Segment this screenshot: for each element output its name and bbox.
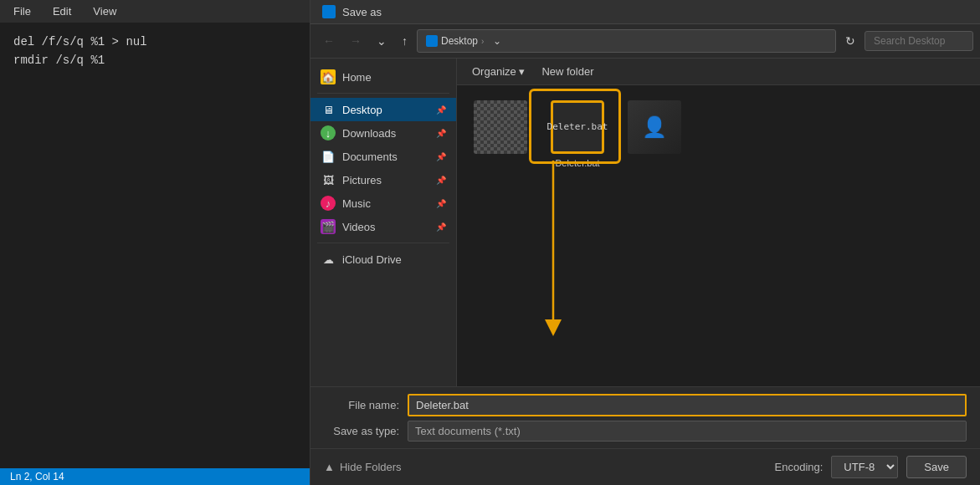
nav-item-desktop[interactable]: 🖥 Desktop 📌 bbox=[310, 98, 456, 121]
downloads-nav-icon: ↓ bbox=[321, 125, 336, 140]
documents-nav-icon: 📄 bbox=[321, 149, 336, 164]
icloud-nav-icon: ☁ bbox=[321, 252, 336, 267]
dialog-body: 🏠 Home 🖥 Desktop 📌 ↓ Downloads 📌 📄 Docum… bbox=[310, 59, 980, 386]
nav-item-home[interactable]: 🏠 Home bbox=[310, 65, 456, 89]
savetype-value[interactable]: Text documents (*.txt) bbox=[408, 421, 967, 442]
back-button[interactable]: ← bbox=[317, 31, 341, 51]
menu-view[interactable]: View bbox=[90, 3, 120, 19]
encoding-section: Encoding: UTF-8 Save bbox=[775, 456, 967, 478]
editor-statusbar: Ln 2, Col 14 bbox=[0, 468, 310, 485]
search-input[interactable] bbox=[865, 31, 973, 51]
nav-documents-label: Documents bbox=[342, 151, 398, 163]
savetype-row: Save as type: Text documents (*.txt) bbox=[324, 421, 967, 442]
nav-pictures-label: Pictures bbox=[342, 174, 382, 186]
deleter-bat-label: Deleter.bat bbox=[547, 121, 608, 133]
up-button[interactable]: ↑ bbox=[396, 31, 413, 51]
encoding-label: Encoding: bbox=[775, 461, 824, 473]
desktop-pin-icon: 📌 bbox=[436, 105, 446, 115]
savetype-label: Save as type: bbox=[324, 425, 399, 437]
music-pin-icon: 📌 bbox=[436, 199, 446, 208]
nav-home-label: Home bbox=[342, 71, 372, 84]
desktop-address-icon bbox=[426, 35, 438, 47]
dialog-footer: ▲ Hide Folders Encoding: UTF-8 Save bbox=[310, 448, 980, 485]
file-area-wrapper: Organize ▾ New folder Deleter.bat Delete… bbox=[457, 59, 980, 386]
save-button[interactable]: Save bbox=[906, 456, 967, 478]
downloads-pin-icon: 📌 bbox=[436, 129, 446, 138]
filename-row: File name: bbox=[324, 394, 967, 416]
nav-separator-1 bbox=[317, 93, 449, 94]
nav-item-pictures[interactable]: 🖼 Pictures 📌 bbox=[310, 168, 456, 191]
pictures-pin-icon: 📌 bbox=[436, 176, 446, 185]
dialog-toolbar: ← → ⌄ ↑ Desktop › ⌄ ↻ bbox=[310, 24, 980, 59]
editor-content[interactable]: del /f/s/q %1 > nul rmdir /s/q %1 bbox=[0, 23, 310, 468]
file-item-3[interactable]: 👤 bbox=[621, 95, 688, 173]
filename-label: File name: bbox=[324, 399, 399, 411]
music-nav-icon: ♪ bbox=[321, 196, 336, 211]
file-label-deleter: Deleter.bat bbox=[555, 158, 599, 168]
file-area: Deleter.bat Deleter.bat 👤 bbox=[457, 85, 980, 386]
forward-button[interactable]: → bbox=[344, 31, 367, 51]
chevron-up-icon: ▲ bbox=[324, 461, 335, 473]
nav-icloud-label: iCloud Drive bbox=[342, 253, 402, 266]
nav-videos-label: Videos bbox=[342, 221, 376, 233]
address-crumb: Desktop › bbox=[426, 35, 484, 47]
callout-arrow bbox=[457, 85, 980, 386]
cursor-position: Ln 2, Col 14 bbox=[10, 471, 64, 482]
menu-edit[interactable]: Edit bbox=[49, 3, 74, 19]
file-thumb-3: 👤 bbox=[628, 100, 681, 154]
encoding-select[interactable]: UTF-8 bbox=[831, 456, 898, 478]
nav-desktop-label: Desktop bbox=[342, 104, 382, 116]
editor-panel: File Edit View del /f/s/q %1 > nul rmdir… bbox=[0, 0, 310, 485]
file-item-1[interactable] bbox=[467, 95, 534, 173]
dialog-title: Save as bbox=[342, 6, 382, 18]
videos-pin-icon: 📌 bbox=[436, 222, 446, 232]
save-as-dialog: Save as ← → ⌄ ↑ Desktop › ⌄ ↻ 🏠 Home bbox=[310, 0, 980, 485]
home-icon: 🏠 bbox=[321, 69, 336, 84]
videos-nav-icon: 🎬 bbox=[321, 219, 336, 234]
filename-input[interactable] bbox=[408, 394, 967, 416]
menu-file[interactable]: File bbox=[10, 3, 34, 19]
file-toolbar: Organize ▾ New folder bbox=[457, 59, 980, 85]
nav-item-documents[interactable]: 📄 Documents 📌 bbox=[310, 145, 456, 168]
address-text: Desktop bbox=[441, 35, 478, 47]
pictures-nav-icon: 🖼 bbox=[321, 172, 336, 187]
nav-item-downloads[interactable]: ↓ Downloads 📌 bbox=[310, 121, 456, 145]
nav-separator-2 bbox=[317, 242, 449, 243]
file-thumb-1 bbox=[474, 100, 527, 154]
nav-item-icloud[interactable]: ☁ iCloud Drive bbox=[310, 248, 456, 271]
address-dropdown-btn[interactable]: ⌄ bbox=[489, 33, 505, 48]
nav-item-videos[interactable]: 🎬 Videos 📌 bbox=[310, 215, 456, 238]
editor-line-1: del /f/s/q %1 > nul bbox=[13, 33, 296, 51]
dialog-titlebar: Save as bbox=[310, 0, 980, 24]
nav-downloads-label: Downloads bbox=[342, 127, 396, 140]
editor-menubar: File Edit View bbox=[0, 0, 310, 23]
file-thumb-deleter: Deleter.bat bbox=[551, 100, 604, 154]
refresh-button[interactable]: ↻ bbox=[839, 31, 861, 51]
address-chevron: › bbox=[481, 37, 484, 46]
documents-pin-icon: 📌 bbox=[436, 152, 446, 161]
nav-sidebar: 🏠 Home 🖥 Desktop 📌 ↓ Downloads 📌 📄 Docum… bbox=[310, 59, 457, 386]
dropdown-button[interactable]: ⌄ bbox=[371, 31, 393, 51]
nav-item-music[interactable]: ♪ Music 📌 bbox=[310, 191, 456, 215]
new-folder-button[interactable]: New folder bbox=[535, 63, 600, 80]
desktop-nav-icon: 🖥 bbox=[321, 102, 336, 117]
hide-folders-button[interactable]: ▲ Hide Folders bbox=[324, 461, 402, 473]
person-icon: 👤 bbox=[642, 115, 667, 139]
dialog-title-icon bbox=[322, 5, 336, 18]
organize-button[interactable]: Organize ▾ bbox=[465, 63, 531, 80]
dialog-bottom: File name: Save as type: Text documents … bbox=[310, 386, 980, 448]
editor-line-2: rmdir /s/q %1 bbox=[13, 51, 296, 69]
hide-folders-label: Hide Folders bbox=[340, 461, 402, 473]
address-bar[interactable]: Desktop › ⌄ bbox=[417, 29, 836, 53]
file-item-deleter[interactable]: Deleter.bat Deleter.bat bbox=[544, 95, 611, 173]
nav-music-label: Music bbox=[342, 197, 371, 210]
